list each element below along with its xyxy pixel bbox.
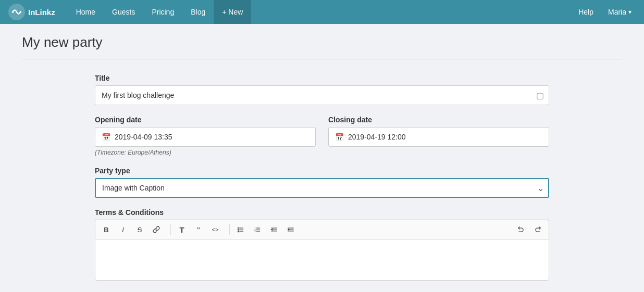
title-group: Title ▢	[95, 74, 549, 105]
party-type-group: Party type Image with Caption Link Party…	[95, 167, 549, 198]
logo-text: InLinkz	[28, 8, 55, 17]
nav-help[interactable]: Help	[572, 0, 600, 24]
opening-date-input[interactable]: 📅 2019-04-09 13:35	[95, 127, 316, 147]
bold-button[interactable]: B	[98, 222, 114, 237]
nav-right: Help Maria ▾	[572, 0, 636, 24]
closing-date-value: 2019-04-19 12:00	[348, 133, 406, 141]
party-type-label: Party type	[95, 167, 549, 175]
logo[interactable]: InLinkz	[8, 4, 55, 20]
nav-links: Home Guests Pricing Blog + New	[68, 0, 573, 24]
svg-point-2	[238, 227, 239, 228]
closing-date-label: Closing date	[328, 116, 549, 124]
timezone-hint: (Timezone: Europe/Athens)	[95, 149, 549, 156]
code-button[interactable]: <>	[207, 222, 223, 237]
title-label: Title	[95, 74, 549, 82]
date-row: Opening date 📅 2019-04-09 13:35 Closing …	[95, 116, 549, 147]
editor-toolbar: B I S T " <>	[95, 220, 549, 239]
nav-new[interactable]: + New	[214, 0, 251, 24]
opening-date-label: Opening date	[95, 116, 316, 124]
svg-point-4	[238, 230, 239, 231]
calendar-icon-opening: 📅	[102, 133, 110, 141]
closing-date-group: Closing date 📅 2019-04-19 12:00	[328, 116, 549, 147]
undo-button[interactable]	[513, 222, 529, 237]
svg-point-0	[12, 11, 14, 13]
nav-user[interactable]: Maria ▾	[604, 8, 636, 16]
closing-date-input[interactable]: 📅 2019-04-19 12:00	[328, 127, 549, 147]
nav-home[interactable]: Home	[68, 0, 104, 24]
edit-icon: ▢	[536, 91, 544, 100]
terms-label: Terms & Conditions	[95, 208, 549, 217]
terms-editor[interactable]	[95, 239, 549, 281]
strikethrough-button[interactable]: S	[132, 222, 147, 237]
svg-point-6	[238, 231, 239, 232]
toolbar-sep-2	[229, 224, 230, 235]
form-section: Title ▢ Opening date 📅 2019-04-09 13:35 …	[22, 74, 622, 281]
list-group: 1. 2. 3.	[233, 222, 299, 237]
svg-point-1	[20, 11, 22, 13]
toolbar-sep-1	[170, 224, 171, 235]
calendar-icon-closing: 📅	[335, 133, 344, 141]
bullet-list-button[interactable]	[233, 222, 249, 237]
nav-guests[interactable]: Guests	[104, 0, 143, 24]
nav-user-name: Maria	[608, 8, 626, 16]
svg-text:3.: 3.	[254, 230, 256, 233]
page-title: My new party	[22, 34, 622, 50]
format-group: B I S	[98, 222, 164, 237]
terms-group: Terms & Conditions B I S T	[95, 208, 549, 281]
indent-button[interactable]	[283, 222, 299, 237]
party-type-select-wrapper: Image with Caption Link Party Photo Part…	[95, 178, 549, 198]
title-input-wrapper: ▢	[95, 85, 549, 105]
link-button[interactable]	[148, 222, 164, 237]
redo-button[interactable]	[530, 222, 546, 237]
title-input[interactable]	[95, 85, 549, 105]
opening-date-value: 2019-04-09 13:35	[115, 133, 172, 141]
block-group: T " <>	[174, 222, 223, 237]
main-container: My new party Title ▢ Opening date 📅 2019…	[9, 24, 635, 292]
heading-button[interactable]: T	[174, 222, 190, 237]
italic-button[interactable]: I	[115, 222, 131, 237]
party-type-select[interactable]: Image with Caption Link Party Photo Part…	[95, 178, 549, 198]
nav-pricing[interactable]: Pricing	[143, 0, 182, 24]
opening-date-group: Opening date 📅 2019-04-09 13:35	[95, 116, 316, 147]
navbar: InLinkz Home Guests Pricing Blog + New H…	[0, 0, 644, 24]
nav-blog[interactable]: Blog	[182, 0, 214, 24]
ordered-list-button[interactable]: 1. 2. 3.	[250, 222, 265, 237]
divider	[22, 59, 622, 59]
outdent-button[interactable]	[266, 222, 282, 237]
quote-button[interactable]: "	[191, 222, 206, 237]
logo-icon	[8, 4, 25, 20]
chevron-down-icon: ▾	[628, 8, 631, 16]
undo-redo-group	[513, 222, 546, 237]
